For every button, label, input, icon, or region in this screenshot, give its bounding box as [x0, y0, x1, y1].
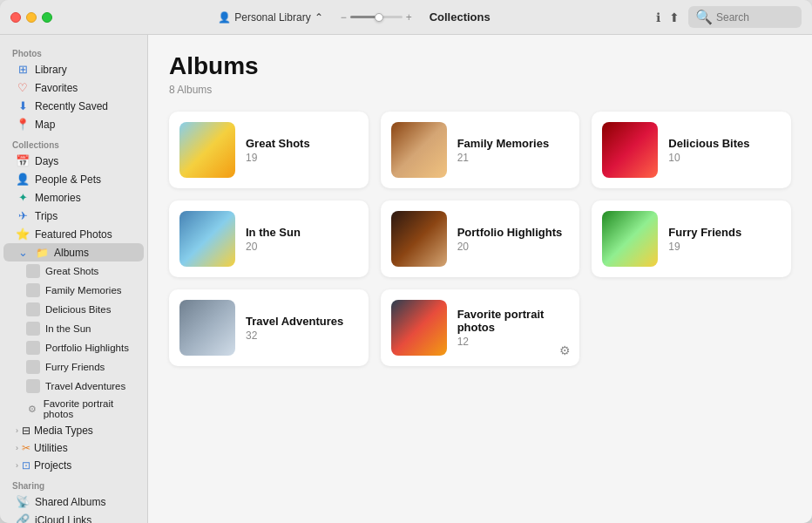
sidebar-item-portfolio-highlights[interactable]: Portfolio Highlights [3, 338, 144, 357]
zoom-plus-icon: + [406, 11, 412, 24]
sidebar-item-media-types[interactable]: › ⊟ Media Types [3, 422, 144, 439]
sidebar-label-portfolio-highlights: Portfolio Highlights [45, 343, 129, 353]
album-thumb-great-shots [179, 122, 235, 178]
album-name-family-memories: Family Memories [457, 137, 570, 150]
app-window: 👤 Personal Library ⌃ − + Collections ℹ ⬆… [0, 0, 812, 523]
minimize-button[interactable] [26, 12, 37, 23]
maximize-button[interactable] [42, 12, 52, 23]
sidebar-item-favorites[interactable]: ♡ Favorites [3, 78, 144, 97]
media-types-icon: ⊟ [22, 425, 30, 437]
sidebar-item-utilities[interactable]: › ✂ Utilities [3, 439, 144, 457]
album-name-in-the-sun: In the Sun [246, 226, 358, 239]
sidebar-section-photos: Photos [0, 42, 147, 60]
sidebar-label-favorite-portrait: Favorite portrait photos [44, 398, 132, 419]
sidebar-item-library[interactable]: ⊞ Library [3, 60, 144, 78]
map-icon: 📍 [16, 118, 30, 131]
content-area: Albums 8 Albums Great Shots19Family Memo… [148, 35, 812, 523]
album-card-portfolio-highlights[interactable]: Portfolio Highlights20 [381, 200, 580, 277]
sidebar-item-family-memories[interactable]: Family Memories [3, 281, 144, 300]
sidebar-item-map[interactable]: 📍 Map [3, 115, 144, 133]
sidebar-label-recently-saved: Recently Saved [35, 100, 108, 112]
library-name: Personal Library [234, 11, 310, 24]
sidebar-label-projects: Projects [34, 459, 71, 472]
shared-albums-icon: 📡 [16, 495, 30, 508]
icloud-links-icon: 🔗 [16, 513, 30, 523]
sidebar-label-featured-photos: Featured Photos [35, 228, 112, 241]
zoom-control: − + [341, 11, 412, 24]
sidebar-item-albums[interactable]: ⌄ 📁 Albums [3, 243, 144, 262]
days-icon: 📅 [16, 154, 30, 167]
album-count-family-memories: 21 [457, 152, 570, 164]
sidebar-item-favorite-portrait[interactable]: ⚙ Favorite portrait photos [3, 396, 144, 422]
sidebar-item-projects[interactable]: › ⊡ Projects [3, 457, 144, 474]
album-card-delicious-bites[interactable]: Delicious Bites10 [592, 112, 791, 188]
album-count-great-shots: 19 [246, 152, 358, 164]
sidebar-item-delicious-bites[interactable]: Delicious Bites [3, 300, 144, 319]
main-content: Photos ⊞ Library ♡ Favorites ⬇ Recently … [0, 35, 812, 523]
album-card-travel-adventures[interactable]: Travel Adventures32 [169, 289, 369, 366]
sidebar-item-people-pets[interactable]: 👤 People & Pets [3, 170, 144, 188]
album-card-furry-friends[interactable]: Furry Friends19 [592, 200, 791, 277]
search-icon: 🔍 [695, 9, 713, 25]
sidebar-item-trips[interactable]: ✈ Trips [3, 207, 144, 225]
album-thumb-family-memories [391, 122, 447, 178]
sidebar-item-great-shots[interactable]: Great Shots [3, 262, 144, 281]
favorites-icon: ♡ [16, 81, 30, 94]
albums-grid: Great Shots19Family Memories21Delicious … [169, 112, 791, 366]
sidebar-label-people-pets: People & Pets [35, 173, 101, 186]
album-count-favorite-portrait: 12 [457, 336, 570, 348]
sidebar-item-shared-albums[interactable]: 📡 Shared Albums [3, 492, 144, 511]
album-name-furry-friends: Furry Friends [668, 226, 781, 239]
close-button[interactable] [10, 12, 21, 23]
zoom-slider[interactable] [350, 16, 403, 18]
sidebar-item-memories[interactable]: ✦ Memories [3, 188, 144, 207]
memories-icon: ✦ [16, 191, 30, 204]
album-name-favorite-portrait: Favorite portrait photos [457, 308, 570, 334]
sidebar-label-furry-friends: Furry Friends [45, 362, 105, 372]
album-card-in-the-sun[interactable]: In the Sun20 [169, 200, 369, 277]
album-card-great-shots[interactable]: Great Shots19 [169, 112, 369, 188]
person-icon: 👤 [218, 11, 231, 24]
sidebar-item-icloud-links[interactable]: 🔗 iCloud Links [3, 511, 144, 523]
album-name-travel-adventures: Travel Adventures [246, 315, 358, 328]
sidebar-label-travel-adventures: Travel Adventures [45, 381, 125, 391]
album-thumb-travel-adventures [179, 300, 235, 356]
info-icon[interactable]: ℹ [656, 10, 660, 24]
sidebar-item-featured-photos[interactable]: ⭐ Featured Photos [3, 225, 144, 243]
projects-icon: ⊡ [22, 459, 30, 472]
album-count-in-the-sun: 20 [246, 241, 358, 253]
titlebar-right: ℹ ⬆ 🔍 [656, 6, 802, 28]
albums-count: 8 Albums [169, 84, 791, 96]
album-name-delicious-bites: Delicious Bites [668, 137, 781, 150]
recently-saved-icon: ⬇ [16, 99, 30, 112]
sidebar-label-favorites: Favorites [35, 82, 78, 94]
album-count-travel-adventures: 32 [246, 329, 358, 342]
album-gear-icon[interactable]: ⚙ [559, 343, 571, 357]
people-pets-icon: 👤 [16, 173, 30, 186]
search-box[interactable]: 🔍 [688, 6, 802, 28]
sidebar-label-utilities: Utilities [34, 442, 68, 454]
sidebar-item-in-the-sun[interactable]: In the Sun [3, 319, 144, 338]
search-input[interactable] [716, 11, 795, 24]
sidebar-label-albums: Albums [54, 247, 89, 259]
sidebar-item-recently-saved[interactable]: ⬇ Recently Saved [3, 97, 144, 115]
library-selector[interactable]: 👤 Personal Library ⌃ [218, 11, 322, 24]
share-icon[interactable]: ⬆ [669, 10, 680, 24]
album-count-portfolio-highlights: 20 [457, 241, 570, 253]
album-count-delicious-bites: 10 [668, 152, 781, 164]
album-thumb-in-the-sun [179, 211, 235, 267]
featured-photos-icon: ⭐ [16, 228, 30, 241]
favorite-portrait-gear-icon: ⚙ [26, 404, 38, 415]
chevron-right-icon: › [16, 426, 18, 435]
sidebar-item-days[interactable]: 📅 Days [3, 152, 144, 170]
sidebar-section-sharing: Sharing [0, 474, 147, 492]
album-thumb-favorite-portrait [391, 300, 447, 356]
sidebar-item-furry-friends[interactable]: Furry Friends [3, 357, 144, 377]
album-card-family-memories[interactable]: Family Memories21 [381, 112, 580, 188]
library-icon: ⊞ [16, 63, 30, 76]
great-shots-thumb [26, 264, 40, 278]
in-the-sun-thumb [26, 322, 40, 336]
sidebar-item-travel-adventures[interactable]: Travel Adventures [3, 377, 144, 396]
album-card-favorite-portrait[interactable]: Favorite portrait photos12⚙ [381, 289, 580, 366]
traffic-lights [10, 12, 52, 23]
